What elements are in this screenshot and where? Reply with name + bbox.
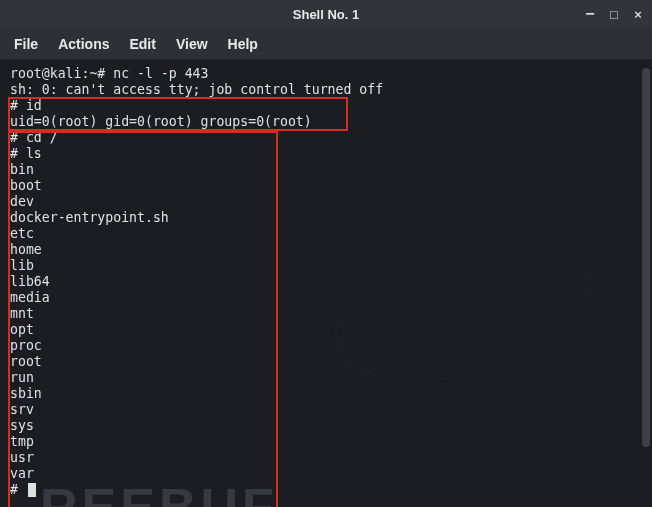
sh-warning: sh: 0: can't access tty; job control tur… bbox=[10, 82, 642, 98]
list-item: tmp bbox=[10, 434, 642, 450]
list-item: bin bbox=[10, 162, 642, 178]
list-item: home bbox=[10, 242, 642, 258]
list-item: var bbox=[10, 466, 642, 482]
close-button[interactable]: × bbox=[630, 8, 646, 21]
terminal-window: Shell No. 1 − □ × File Actions Edit View… bbox=[0, 0, 652, 507]
list-item: proc bbox=[10, 338, 642, 354]
list-item: lib bbox=[10, 258, 642, 274]
list-item: lib64 bbox=[10, 274, 642, 290]
list-item: run bbox=[10, 370, 642, 386]
ls-output: binbootdevdocker-entrypoint.shetchomelib… bbox=[10, 162, 642, 482]
list-item: media bbox=[10, 290, 642, 306]
menu-file[interactable]: File bbox=[14, 36, 38, 52]
list-item: mnt bbox=[10, 306, 642, 322]
cursor bbox=[28, 483, 36, 497]
list-item: usr bbox=[10, 450, 642, 466]
menu-edit[interactable]: Edit bbox=[129, 36, 155, 52]
id-output: uid=0(root) gid=0(root) groups=0(root) bbox=[10, 114, 642, 130]
list-item: srv bbox=[10, 402, 642, 418]
menubar: File Actions Edit View Help bbox=[0, 28, 652, 60]
window-title: Shell No. 1 bbox=[293, 7, 359, 22]
minimize-button[interactable]: − bbox=[582, 6, 598, 22]
id-command: # id bbox=[10, 98, 642, 114]
window-controls: − □ × bbox=[582, 6, 646, 22]
cd-command: # cd / bbox=[10, 130, 642, 146]
titlebar[interactable]: Shell No. 1 − □ × bbox=[0, 0, 652, 28]
scroll-thumb[interactable] bbox=[642, 68, 650, 447]
list-item: opt bbox=[10, 322, 642, 338]
ls-command: # ls bbox=[10, 146, 642, 162]
list-item: docker-entrypoint.sh bbox=[10, 210, 642, 226]
menu-actions[interactable]: Actions bbox=[58, 36, 109, 52]
shell-prompt: # bbox=[10, 482, 642, 498]
list-item: etc bbox=[10, 226, 642, 242]
watermark: REEBUF bbox=[40, 499, 278, 507]
list-item: sys bbox=[10, 418, 642, 434]
menu-help[interactable]: Help bbox=[228, 36, 258, 52]
prompt-line: root@kali:~# nc -l -p 443 bbox=[10, 66, 642, 82]
maximize-button[interactable]: □ bbox=[606, 8, 622, 21]
list-item: root bbox=[10, 354, 642, 370]
list-item: sbin bbox=[10, 386, 642, 402]
terminal-body[interactable]: root@kali:~# nc -l -p 443 sh: 0: can't a… bbox=[0, 60, 652, 507]
list-item: dev bbox=[10, 194, 642, 210]
menu-view[interactable]: View bbox=[176, 36, 208, 52]
list-item: boot bbox=[10, 178, 642, 194]
